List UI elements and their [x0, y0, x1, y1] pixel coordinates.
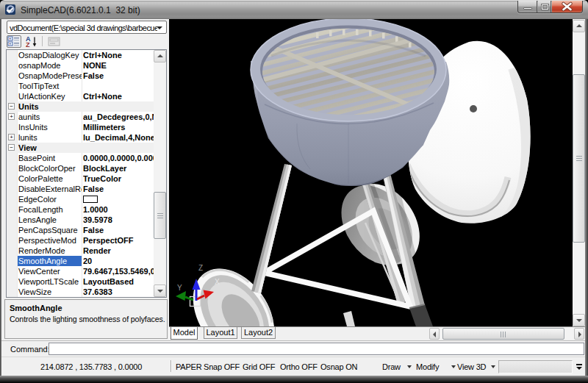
svg-text:Y: Y	[177, 284, 182, 292]
svg-text:+: +	[9, 41, 12, 46]
svg-text:+: +	[9, 36, 12, 40]
svg-text:Z: Z	[26, 41, 30, 48]
svg-text:X: X	[215, 278, 220, 286]
svg-text:Z: Z	[198, 264, 203, 272]
